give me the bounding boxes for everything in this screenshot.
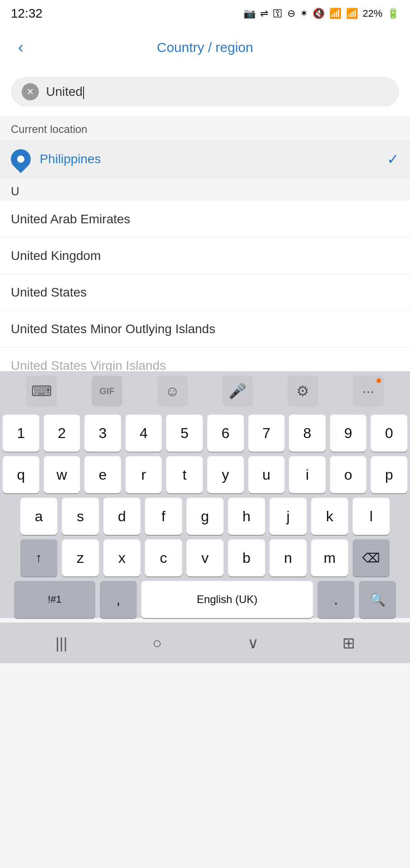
current-location-row[interactable]: Philippines ✓ <box>0 139 410 179</box>
key-p[interactable]: p <box>371 456 407 493</box>
country-item-uae[interactable]: United Arab Emirates <box>0 201 410 238</box>
key-x[interactable]: x <box>103 539 140 576</box>
key-y[interactable]: y <box>207 456 244 493</box>
shift-key[interactable]: ↑ <box>20 539 57 576</box>
search-key[interactable]: 🔍 <box>359 581 396 618</box>
search-box: United <box>11 77 399 107</box>
status-time: 12:32 <box>11 6 42 21</box>
key-g[interactable]: g <box>186 498 224 535</box>
current-location-label: Current location <box>0 116 410 139</box>
period-key[interactable]: . <box>317 581 354 618</box>
key-h[interactable]: h <box>228 498 265 535</box>
keyboard-nav-button[interactable]: ⊞ <box>331 629 367 656</box>
key-5[interactable]: 5 <box>166 415 203 452</box>
key-s[interactable]: s <box>62 498 99 535</box>
text-cursor <box>83 86 84 99</box>
key-z[interactable]: z <box>62 539 99 576</box>
microphone-button[interactable]: 🎤 <box>222 376 253 406</box>
key-t[interactable]: t <box>166 456 203 493</box>
asdf-row: a s d f g h j k l <box>3 498 407 535</box>
key-4[interactable]: 4 <box>126 415 162 452</box>
number-row: 1 2 3 4 5 6 7 8 9 0 <box>3 415 407 452</box>
key-0[interactable]: 0 <box>371 415 407 452</box>
key-icon: ⚿ <box>273 8 283 19</box>
key-b[interactable]: b <box>228 539 265 576</box>
key-3[interactable]: 3 <box>84 415 121 452</box>
space-key[interactable]: English (UK) <box>141 581 313 618</box>
key-6[interactable]: 6 <box>207 415 244 452</box>
key-2[interactable]: 2 <box>44 415 80 452</box>
page-title: Country / region <box>157 40 253 55</box>
search-value: United <box>46 85 83 99</box>
qwerty-row: q w e r t y u i o p <box>3 456 407 493</box>
backspace-key[interactable]: ⌫ <box>353 539 390 576</box>
wifi-icon: 📶 <box>329 8 341 19</box>
hotspot-icon: ⇌ <box>260 8 268 19</box>
key-j[interactable]: j <box>270 498 307 535</box>
page-header: ‹ Country / region <box>0 27 410 68</box>
section-letter: U <box>0 179 410 201</box>
country-item-uk[interactable]: United Kingdom <box>0 238 410 274</box>
keyboard: 1 2 3 4 5 6 7 8 9 0 q w e r t y u i o p … <box>0 411 410 618</box>
key-k[interactable]: k <box>311 498 348 535</box>
key-w[interactable]: w <box>44 456 80 493</box>
clear-button[interactable] <box>22 83 39 100</box>
key-c[interactable]: c <box>145 539 182 576</box>
selected-checkmark: ✓ <box>387 151 399 168</box>
more-button[interactable]: ··· <box>353 376 384 406</box>
sticker-button[interactable]: ⌨ <box>26 376 57 406</box>
keyboard-toolbar: ⌨ GIF ☺ 🎤 ⚙ ··· <box>0 371 410 411</box>
key-9[interactable]: 9 <box>330 415 367 452</box>
key-d[interactable]: d <box>103 498 140 535</box>
key-a[interactable]: a <box>20 498 57 535</box>
key-i[interactable]: i <box>289 456 326 493</box>
home-nav-button[interactable]: ○ <box>139 629 175 656</box>
video-icon: 📷 <box>243 8 256 19</box>
key-n[interactable]: n <box>270 539 307 576</box>
search-input[interactable]: United <box>46 85 388 99</box>
signal-icon: 📶 <box>346 8 358 19</box>
zxcvbnm-row: ↑ z x c v b n m ⌫ <box>3 539 407 576</box>
country-item-usmi[interactable]: United States Minor Outlying Islands <box>0 311 410 348</box>
key-e[interactable]: e <box>84 456 121 493</box>
mute-icon: 🔇 <box>312 8 325 19</box>
key-7[interactable]: 7 <box>248 415 285 452</box>
key-r[interactable]: r <box>126 456 162 493</box>
country-item-usvi-partial[interactable]: United States Virgin Islands <box>0 348 410 371</box>
country-list: United Arab Emirates United Kingdom Unit… <box>0 201 410 371</box>
key-q[interactable]: q <box>3 456 39 493</box>
key-8[interactable]: 8 <box>289 415 326 452</box>
symbols-key[interactable]: !#1 <box>14 581 95 618</box>
country-item-us[interactable]: United States <box>0 274 410 311</box>
back-nav-button[interactable]: ||| <box>43 629 79 656</box>
key-f[interactable]: f <box>145 498 182 535</box>
current-location-name: Philippines <box>40 152 378 166</box>
back-button[interactable]: ‹ <box>14 35 28 60</box>
key-o[interactable]: o <box>330 456 367 493</box>
key-l[interactable]: l <box>353 498 390 535</box>
comma-key[interactable]: , <box>100 581 137 618</box>
battery-icon: 🔋 <box>387 8 399 19</box>
location-pin-icon <box>7 145 35 173</box>
battery-text: 22% <box>363 8 382 19</box>
location-pin-inner <box>17 156 24 163</box>
search-container: United <box>0 68 410 116</box>
recent-nav-button[interactable]: ∨ <box>235 629 271 656</box>
key-v[interactable]: v <box>186 539 224 576</box>
settings-button[interactable]: ⚙ <box>288 376 318 406</box>
emoji-button[interactable]: ☺ <box>157 376 188 406</box>
key-m[interactable]: m <box>311 539 348 576</box>
bluetooth-icon: ✶ <box>300 8 308 19</box>
gif-button[interactable]: GIF <box>92 376 122 406</box>
status-bar: 12:32 📷 ⇌ ⚿ ⊖ ✶ 🔇 📶 📶 22% 🔋 <box>0 0 410 27</box>
bottom-row: !#1 , English (UK) . 🔍 <box>3 581 407 618</box>
key-u[interactable]: u <box>248 456 285 493</box>
bottom-nav: ||| ○ ∨ ⊞ <box>0 623 410 663</box>
key-1[interactable]: 1 <box>3 415 39 452</box>
status-icons: 📷 ⇌ ⚿ ⊖ ✶ 🔇 📶 📶 22% 🔋 <box>243 8 399 19</box>
dnd-icon: ⊖ <box>287 8 295 19</box>
